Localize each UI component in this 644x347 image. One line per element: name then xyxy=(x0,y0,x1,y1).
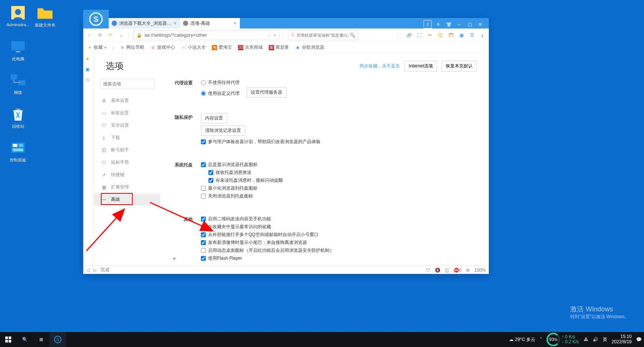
settings-search-input[interactable] xyxy=(100,79,154,89)
nav-prev-icon[interactable]: ◁ xyxy=(86,268,90,273)
bookmark-novel[interactable]: ▭小说大全 xyxy=(181,44,206,51)
close-window-icon[interactable]: ✕ xyxy=(476,20,484,28)
nav-account[interactable]: ⚿帐号助手 xyxy=(94,144,160,156)
nav-advanced[interactable]: ⋯高级 xyxy=(94,193,160,206)
task-view-icon[interactable]: ⊞ xyxy=(33,332,49,347)
app-logo[interactable]: S xyxy=(83,10,109,28)
network-icon[interactable]: 🖧 xyxy=(584,337,588,342)
notifications-icon[interactable]: 💬 xyxy=(636,337,642,342)
chk-always-tray[interactable]: 总是显示浏览器托盘图标 xyxy=(201,161,489,169)
radio-no-proxy[interactable]: 不使用任何代理 xyxy=(201,79,489,87)
radio-custom-proxy[interactable]: 使用自定义代理 设置代理服务器 xyxy=(201,87,489,100)
bookmark-fav[interactable]: ★收藏▾ xyxy=(87,44,106,51)
chk-tray-blink[interactable]: 有未读托盘消息时，图标闪动提醒 xyxy=(201,176,489,184)
window-icon[interactable]: ▣ xyxy=(458,32,465,39)
close-icon[interactable]: × xyxy=(174,20,177,26)
bookmark-jd[interactable]: JD京东商城 xyxy=(238,44,263,51)
shield-status-icon[interactable]: 🛡 xyxy=(426,268,430,273)
ie-options-button[interactable]: Internet选项 xyxy=(404,61,437,72)
search-icon[interactable]: 🔍 xyxy=(350,33,355,38)
nav-extensions[interactable]: ▦扩展管理 xyxy=(94,181,160,193)
nav-gestures[interactable]: 🛡鼠标手势 xyxy=(94,156,160,169)
bookmark-ju[interactable]: 聚聚划算 xyxy=(269,44,289,51)
nav-tabs[interactable]: ▭标签设置 xyxy=(94,107,160,119)
bookmark-game[interactable]: ◎游戏中心 xyxy=(150,44,175,51)
chk-qr[interactable]: 启用二维码发送内容至手机功能 xyxy=(201,215,489,223)
start-button[interactable] xyxy=(0,332,16,347)
scissors-icon[interactable]: ✂ xyxy=(427,32,433,39)
desktop-icon-control-panel[interactable]: 控制面板 xyxy=(4,139,31,163)
tab-downloads[interactable]: 浏览器下载大全_浏览器… × xyxy=(109,18,180,28)
desktop-icon-admin[interactable]: Administra... xyxy=(4,4,31,27)
weather-widget[interactable]: ☁ 29°C 多云 xyxy=(509,337,535,343)
desktop-icon-pc[interactable]: 此电脑 xyxy=(4,37,31,62)
svg-rect-3 xyxy=(16,51,20,52)
desktop-icon-network[interactable]: 网络 xyxy=(4,71,31,96)
bookmark-chrome[interactable]: ◉谷歌浏览器 xyxy=(295,44,324,51)
chk-freq-fav[interactable]: 在收藏夹中显示最常访问的收藏 xyxy=(201,223,489,231)
sync-link[interactable]: 同步收藏，永不丢失 xyxy=(359,63,400,69)
battery-widget[interactable]: 93% ↑ 0 K/s↓ 0.2 K/s xyxy=(547,333,579,346)
ime-icon[interactable]: 英 xyxy=(603,337,607,343)
mute-icon[interactable]: 🔇 xyxy=(435,268,440,273)
content-settings-button[interactable]: 内容设置 xyxy=(201,113,227,123)
maximize-icon[interactable]: ▢ xyxy=(466,20,474,28)
key-icon[interactable]: ⚿ xyxy=(437,32,444,39)
status-bar: ◁ ▷ 完成 🛡 🔇 ◫ ⛔0 ⊖ 100% xyxy=(83,266,489,274)
bookmark-nav[interactable]: ⊕网址导航 xyxy=(120,44,144,51)
back-icon[interactable]: ← xyxy=(86,32,93,39)
chk-close-tray[interactable]: 关闭浏览器到托盘图标 xyxy=(201,192,489,200)
tab-count-icon[interactable]: 2 xyxy=(424,20,432,28)
skin-icon[interactable]: 👕 xyxy=(445,20,453,28)
volume-icon[interactable]: 🔊 xyxy=(593,337,598,342)
chk-flash[interactable]: 使用Flash Player xyxy=(201,254,489,262)
close-icon[interactable]: × xyxy=(234,20,237,26)
nav-security[interactable]: 🛡安全设置 xyxy=(94,119,160,132)
rail-clock-icon[interactable]: ◷ xyxy=(85,77,91,83)
chk-min-tray[interactable]: 最小化浏览器到托盘图标 xyxy=(201,184,489,192)
download-icon[interactable]: ⤓ xyxy=(479,32,486,39)
settings-search[interactable] xyxy=(100,79,154,89)
undo-icon[interactable]: ↶ xyxy=(107,32,114,39)
split-icon[interactable]: ◫ xyxy=(445,268,449,273)
favorite-icon[interactable]: ☆ xyxy=(267,33,271,38)
chk-ux-program[interactable]: 参与用户体验改善计划，帮助我们改善浏览器的产品体验 xyxy=(201,138,489,146)
reset-defaults-button[interactable]: 恢复本页默认 xyxy=(442,61,477,72)
desktop-icon-recycle[interactable]: 回收站 xyxy=(4,105,31,129)
chk-dynamic-icon[interactable]: 启用动态桌面图标（开启此功能后会启用浏览器安全防护机制） xyxy=(201,247,489,254)
nav-download[interactable]: ⤓下载 xyxy=(94,132,160,144)
url-input[interactable] xyxy=(144,32,265,38)
chk-weibo-tail[interactable]: 发布新浪微博时显示小尾巴：来自搜狗高速浏览器 xyxy=(201,239,489,247)
search-taskbar-icon[interactable]: 🔍 xyxy=(16,332,33,347)
ad-block-icon[interactable]: ⛔0 xyxy=(454,268,462,273)
clear-history-button[interactable]: 清除浏览记录设置 xyxy=(201,126,245,136)
url-field[interactable]: 🔒 ☆ ▾ xyxy=(133,30,279,40)
translate-icon[interactable]: 🗖 xyxy=(448,32,454,39)
tray-expand-icon[interactable]: ˄ xyxy=(540,337,542,342)
add-rail-button[interactable]: + xyxy=(171,255,178,262)
tab-options[interactable]: 选项-高级 × xyxy=(180,18,240,28)
desktop-icon-new-folder[interactable]: 新建文件夹 xyxy=(31,4,58,28)
rail-book-icon[interactable]: ▣ xyxy=(85,67,91,73)
reload-icon[interactable]: ⟳ xyxy=(97,32,103,39)
rail-star-icon[interactable]: ★ xyxy=(85,56,91,62)
home-icon[interactable]: ⌂ xyxy=(118,32,124,39)
minimize-icon[interactable]: ─ xyxy=(455,20,463,28)
zoom-out-icon[interactable]: ⊖ xyxy=(466,268,470,273)
share-icon[interactable]: 🔗 xyxy=(406,32,412,39)
clock[interactable]: 15:102022/8/19 xyxy=(612,334,632,345)
nav-next-icon[interactable]: ▷ xyxy=(93,268,97,273)
proxy-settings-button[interactable]: 设置代理服务器 xyxy=(247,87,286,97)
bookmark-taobao[interactable]: 淘爱淘宝 xyxy=(212,44,232,51)
menu-icon[interactable]: ≡ xyxy=(434,20,442,28)
notes-icon[interactable]: ☰ xyxy=(469,32,475,39)
sogou-taskbar-icon[interactable]: S xyxy=(49,332,66,347)
search-input[interactable] xyxy=(297,33,348,37)
chk-tray-push[interactable]: 接收托盘消息推送 xyxy=(201,169,489,176)
search-field[interactable]: Ⓢ 🔍 xyxy=(288,30,358,40)
nav-shortcuts[interactable]: ↗快捷键 xyxy=(94,169,160,181)
chk-qq-window[interactable]: 从外部链接打开多个QQ空间或邮箱时自动开启小号窗口 xyxy=(201,231,489,239)
dropdown-icon[interactable]: ▾ xyxy=(274,33,276,38)
nav-basic[interactable]: ⚙基本设置 xyxy=(94,94,160,107)
expand-icon[interactable]: ⛶ xyxy=(416,32,423,39)
